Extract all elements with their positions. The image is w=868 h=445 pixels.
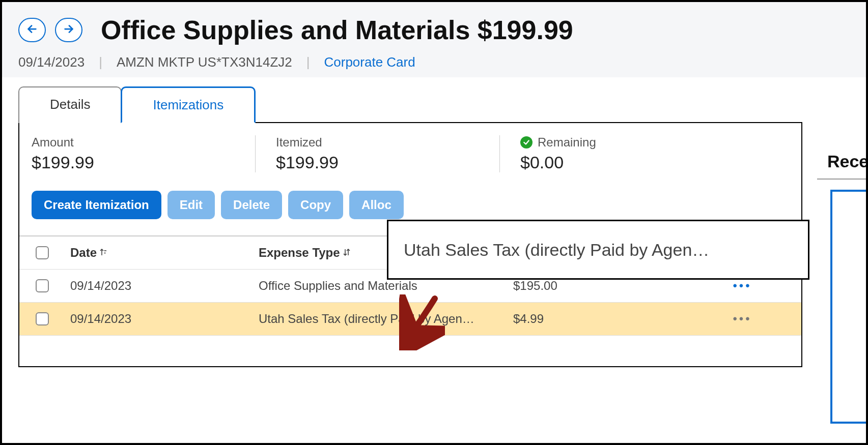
expense-type-tooltip: Utah Sales Tax (directly Paid by Agen… — [387, 220, 809, 280]
row-checkbox[interactable] — [36, 312, 49, 325]
row-type: Utah Sales Tax (directly Paid by Agen… — [254, 303, 508, 335]
itemized-label: Itemized — [276, 135, 479, 150]
copy-button[interactable]: Copy — [288, 191, 343, 219]
row-requested: $4.99 — [508, 303, 712, 335]
row-date: 09/14/2023 — [65, 270, 254, 302]
edit-button[interactable]: Edit — [167, 191, 215, 219]
summary-amount: Amount $199.99 — [32, 135, 256, 172]
create-itemization-button[interactable]: Create Itemization — [32, 191, 161, 219]
delete-button[interactable]: Delete — [221, 191, 282, 219]
arrow-left-icon — [26, 23, 38, 37]
remaining-value: $0.00 — [520, 153, 724, 172]
row-date: 09/14/2023 — [65, 303, 254, 335]
table-row[interactable]: 09/14/2023 Utah Sales Tax (directly Paid… — [19, 303, 801, 336]
page-title: Office Supplies and Materials $199.99 — [101, 16, 573, 44]
sort-asc-icon — [99, 246, 108, 260]
sort-icon — [342, 246, 351, 260]
separator-icon: | — [306, 54, 310, 70]
action-row: Create Itemization Edit Delete Copy Allo… — [19, 176, 801, 225]
summary-row: Amount $199.99 Itemized $199.99 Remainin… — [19, 123, 801, 176]
receipts-title: Recei — [817, 144, 868, 180]
tab-details[interactable]: Details — [18, 86, 122, 123]
allocate-button[interactable]: Alloc — [349, 191, 404, 219]
column-date-header[interactable]: Date — [65, 236, 254, 269]
amount-value: $199.99 — [32, 153, 235, 172]
title-row: Office Supplies and Materials $199.99 — [18, 16, 850, 44]
remaining-label: Remaining — [538, 135, 596, 150]
next-button[interactable] — [55, 18, 82, 42]
expense-date: 09/14/2023 — [18, 54, 85, 70]
checkmark-circle-icon — [520, 136, 533, 149]
row-checkbox[interactable] — [36, 279, 49, 292]
prev-button[interactable] — [18, 18, 46, 42]
select-all-checkbox[interactable] — [36, 246, 49, 259]
frame: Office Supplies and Materials $199.99 09… — [0, 0, 868, 445]
payment-type-link[interactable]: Corporate Card — [324, 54, 415, 70]
separator-icon: | — [99, 54, 102, 70]
row-actions-button[interactable]: ••• — [712, 303, 773, 335]
itemized-value: $199.99 — [276, 153, 479, 172]
meta-row: 09/14/2023 | AMZN MKTP US*TX3N14ZJ2 | Co… — [18, 54, 850, 70]
tab-list: Details Itemizations — [18, 86, 866, 123]
receipts-panel: Recei — [817, 144, 868, 424]
tab-itemizations[interactable]: Itemizations — [121, 86, 256, 123]
kebab-icon: ••• — [733, 279, 751, 293]
remaining-label-row: Remaining — [520, 135, 724, 150]
amount-label: Amount — [32, 135, 235, 150]
summary-remaining: Remaining $0.00 — [520, 135, 744, 172]
vendor-text: AMZN MKTP US*TX3N14ZJ2 — [117, 54, 292, 70]
arrow-right-icon — [63, 23, 74, 37]
receipt-thumbnail[interactable] — [830, 190, 866, 424]
header-bar: Office Supplies and Materials $199.99 09… — [2, 2, 866, 77]
summary-itemized: Itemized $199.99 — [276, 135, 500, 172]
kebab-icon: ••• — [733, 312, 751, 326]
